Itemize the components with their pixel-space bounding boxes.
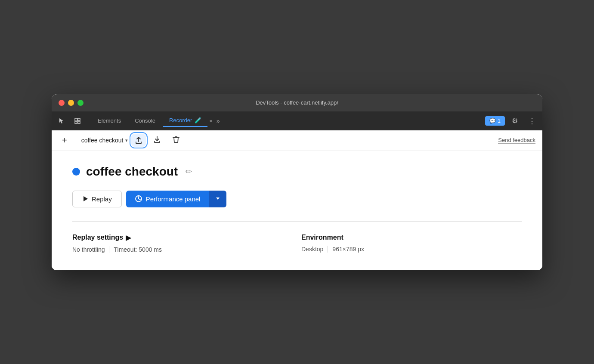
svg-rect-2 — [75, 121, 77, 123]
toolbar-right: 💬 1 ⚙ ⋮ — [485, 114, 539, 128]
tab-console[interactable]: Console — [129, 115, 161, 126]
env-divider — [328, 246, 328, 253]
tab-elements[interactable]: Elements — [92, 115, 127, 126]
recording-status-dot — [72, 168, 80, 176]
window-title: DevTools - coffee-cart.netlify.app/ — [256, 99, 338, 106]
download-button[interactable] — [149, 133, 165, 147]
settings-divider — [109, 246, 109, 253]
more-options-button[interactable]: ⋮ — [525, 114, 539, 128]
tab-close-button[interactable]: × — [209, 118, 212, 123]
toolbar-divider-1 — [88, 116, 88, 126]
expand-arrow-icon: ▶ — [126, 234, 131, 242]
action-buttons: Replay Performance panel — [72, 191, 522, 207]
recording-title: coffee checkout — [86, 165, 178, 179]
inspect-button[interactable] — [71, 115, 84, 127]
recording-name-dropdown: coffee checkout — [81, 137, 124, 144]
recorder-body: coffee checkout ✏ Replay — [52, 151, 542, 270]
timeout-value: Timeout: 5000 ms — [114, 246, 162, 253]
delete-button[interactable] — [168, 133, 184, 147]
recorder-label: Recorder — [169, 117, 192, 123]
devtools-toolbar: Elements Console Recorder 🧪 × » 💬 1 ⚙ ⋮ — [52, 111, 542, 130]
environment-label: Environment — [301, 234, 522, 241]
svg-marker-4 — [84, 196, 88, 201]
throttling-value: No throttling — [72, 246, 105, 253]
replay-button[interactable]: Replay — [72, 191, 122, 207]
environment-text: Environment — [301, 234, 343, 241]
chat-icon: 💬 — [489, 118, 496, 124]
recorder-toolbar-divider — [76, 135, 76, 145]
replay-settings-text: Replay settings — [72, 234, 123, 241]
main-content: + coffee checkout ▾ — [52, 130, 542, 270]
replay-settings-values: No throttling Timeout: 5000 ms — [72, 246, 293, 253]
svg-rect-3 — [78, 121, 80, 123]
settings-button[interactable]: ⚙ — [508, 114, 521, 127]
resolution-value: 961×789 px — [332, 246, 364, 253]
close-button[interactable] — [59, 100, 65, 106]
titlebar: DevTools - coffee-cart.netlify.app/ — [52, 94, 542, 111]
recording-selector[interactable]: coffee checkout ▾ — [81, 137, 128, 144]
gear-icon: ⚙ — [512, 117, 518, 125]
edit-title-icon[interactable]: ✏ — [186, 167, 192, 176]
export-button[interactable] — [131, 134, 146, 147]
maximize-button[interactable] — [77, 100, 84, 106]
performance-button-group: Performance panel — [126, 191, 227, 207]
tab-recorder[interactable]: Recorder 🧪 — [163, 114, 207, 127]
minimize-button[interactable] — [68, 100, 74, 106]
svg-rect-1 — [78, 118, 80, 120]
environment-col: Environment Desktop 961×789 px — [301, 234, 522, 253]
performance-dropdown-button[interactable] — [209, 191, 226, 207]
recorder-flask-icon: 🧪 — [195, 117, 201, 123]
devtools-window: DevTools - coffee-cart.netlify.app/ Elem… — [52, 94, 542, 270]
device-value: Desktop — [301, 246, 323, 253]
cursor-tool-button[interactable] — [55, 115, 69, 127]
replay-settings-label[interactable]: Replay settings ▶ — [72, 234, 293, 242]
performance-panel-label: Performance panel — [146, 195, 201, 203]
more-vert-icon: ⋮ — [528, 116, 535, 126]
svg-rect-0 — [75, 118, 77, 121]
traffic-lights — [59, 100, 84, 106]
notification-button[interactable]: 💬 1 — [485, 116, 505, 126]
add-recording-button[interactable]: + — [59, 134, 71, 147]
recording-header: coffee checkout ✏ — [72, 165, 522, 179]
replay-settings-col: Replay settings ▶ No throttling Timeout:… — [72, 234, 293, 253]
recorder-toolbar: + coffee checkout ▾ — [52, 130, 542, 151]
notification-count: 1 — [498, 118, 501, 124]
performance-panel-button[interactable]: Performance panel — [126, 191, 209, 207]
environment-values: Desktop 961×789 px — [301, 246, 522, 253]
svg-marker-6 — [216, 197, 220, 200]
settings-section: Replay settings ▶ No throttling Timeout:… — [72, 221, 522, 253]
send-feedback-link[interactable]: Send feedback — [498, 137, 535, 144]
chevron-down-icon: ▾ — [125, 138, 128, 143]
replay-label: Replay — [92, 195, 112, 203]
more-tabs-button[interactable]: » — [214, 117, 223, 124]
